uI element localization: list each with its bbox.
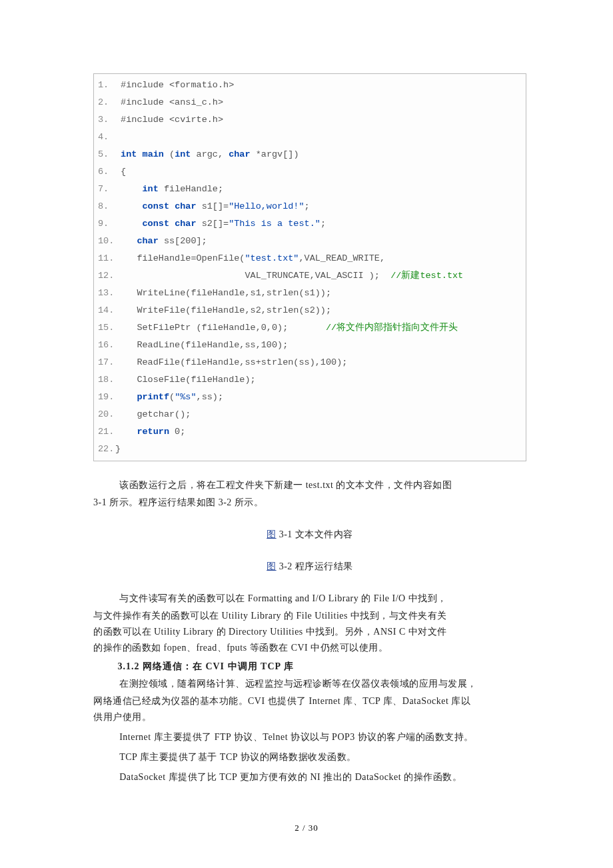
keyword: int [175, 149, 191, 159]
line-number: 11. [98, 250, 115, 267]
line-number: 20. [98, 406, 115, 423]
keyword: return [137, 427, 169, 437]
line-number: 5. [98, 146, 115, 163]
keyword: char [175, 201, 196, 211]
code-token: { [121, 167, 126, 177]
code-token: WriteLine(fileHandle,s1,strlen(s1)); [137, 288, 331, 298]
line-number: 6. [98, 163, 115, 181]
code-token: WriteFile(fileHandle,s2,strlen(s2)); [137, 305, 331, 315]
code-line: 9. const char s2[]="This is a test."; [98, 215, 520, 233]
paragraph: 在测控领域，随着网络计算、远程监控与远程诊断等在仪器仪表领域的应用与发展， [93, 676, 526, 692]
code-line: 1. #include <formatio.h> [98, 77, 520, 94]
keyword: char [229, 149, 250, 159]
code-token: fileHandle=OpenFile( [137, 253, 245, 263]
line-number: 17. [98, 354, 115, 371]
comment: //新建test.txt [390, 271, 463, 281]
paragraph-line: 的函数可以在 Utility Library 的 Directory Utili… [93, 624, 526, 640]
code-line: 15. SetFilePtr (fileHandle,0,0); //将文件内部… [98, 319, 520, 337]
keyword: char [175, 219, 196, 229]
code-token: SetFilePtr (fileHandle,0,0); [137, 323, 326, 333]
keyword: const [143, 201, 170, 211]
code-line: 13. WriteLine(fileHandle,s1,strlen(s1)); [98, 285, 520, 302]
code-line: 6. { [98, 163, 520, 181]
line-number: 19. [98, 389, 115, 406]
code-line: 4. [98, 129, 520, 146]
page-footer: 2 / 30 [0, 823, 613, 833]
keyword: char [137, 236, 158, 246]
code-line: 8. const char s1[]="Hello,world!"; [98, 198, 520, 215]
code-line: 18. CloseFile(fileHandle); [98, 371, 520, 389]
string-literal: "test.txt" [245, 253, 299, 263]
code-line: 5. int main (int argc, char *argv[]) [98, 146, 520, 163]
code-block: 1. #include <formatio.h>2. #include <ans… [93, 73, 526, 461]
paragraph: Internet 库主要提供了 FTP 协议、Telnet 协议以与 POP3 … [93, 729, 526, 745]
code-token: ,ss); [197, 392, 224, 402]
line-number: 12. [98, 267, 115, 285]
code-token: #include <formatio.h> [121, 80, 234, 90]
code-token [169, 201, 175, 211]
code-line: 20. getchar(); [98, 406, 520, 423]
code-line: 16. ReadLine(fileHandle,ss,100); [98, 337, 520, 354]
code-token: s1[]= [197, 201, 229, 211]
paragraph: TCP 库主要提供了基于 TCP 协议的网络数据收发函数。 [93, 749, 526, 765]
code-token: ( [169, 392, 175, 402]
paragraph-line: 的操作的函数如 fopen、fread、fputs 等函数在 CVI 中仍然可以… [93, 640, 526, 656]
section-heading: 3.1.2 网络通信：在 CVI 中调用 TCP 库 [117, 659, 526, 675]
keyword: printf [137, 392, 169, 402]
code-token: ; [305, 201, 310, 211]
code-token: ( [164, 149, 175, 159]
code-token: CloseFile(fileHandle); [137, 375, 255, 385]
string-literal: "This is a test." [229, 219, 320, 229]
code-token: #include <ansi_c.h> [121, 97, 223, 107]
line-number: 15. [98, 319, 115, 337]
code-line: 21. return 0; [98, 423, 520, 441]
code-token: *argv[]) [251, 149, 299, 159]
line-number: 13. [98, 285, 115, 302]
paragraph: 与文件读写有关的函数可以在 Formatting and I/O Library… [93, 591, 526, 607]
code-token: ,VAL_READ_WRITE, [299, 253, 385, 263]
code-line: 14. WriteFile(fileHandle,s2,strlen(s2)); [98, 302, 520, 319]
paragraph-line: 3-1 所示。程序运行结果如图 3-2 所示。 [93, 495, 526, 511]
code-token: fileHandle; [159, 184, 223, 194]
line-number: 9. [98, 215, 115, 233]
code-line: 19. printf("%s",ss); [98, 389, 520, 406]
code-token: #include <cvirte.h> [121, 115, 223, 125]
paragraph-line: 与文件操作有关的函数可以在 Utility Library 的 File Uti… [93, 608, 526, 624]
code-token: s2[]= [197, 219, 229, 229]
caption-label: 图 [267, 561, 277, 571]
code-token: } [115, 444, 121, 454]
keyword: int [143, 184, 159, 194]
keyword: const [143, 219, 170, 229]
code-token: argc, [191, 149, 229, 159]
caption-text: 3-2 程序运行结果 [277, 561, 353, 571]
code-token [169, 219, 175, 229]
line-number: 14. [98, 302, 115, 319]
code-token: ; [320, 219, 326, 229]
code-token: getchar(); [137, 409, 191, 419]
line-number: 4. [98, 129, 115, 146]
code-line: 12. VAL_TRUNCATE,VAL_ASCII ); //新建test.t… [98, 267, 520, 285]
figure-caption-1: 图 3-1 文本文件内容 [93, 527, 526, 543]
string-literal: "Hello,world!" [229, 201, 304, 211]
code-token [137, 149, 142, 159]
code-line: 2. #include <ansi_c.h> [98, 94, 520, 111]
line-number: 3. [98, 111, 115, 129]
code-token: VAL_TRUNCATE,VAL_ASCII ); [245, 271, 390, 281]
line-number: 10. [98, 233, 115, 250]
line-number: 1. [98, 77, 115, 94]
figure-caption-2: 图 3-2 程序运行结果 [93, 559, 526, 575]
page: 1. #include <formatio.h>2. #include <ans… [0, 0, 613, 868]
code-token: ReadLine(fileHandle,ss,100); [137, 340, 288, 350]
code-line: 11. fileHandle=OpenFile("test.txt",VAL_R… [98, 250, 520, 267]
code-line: 22.} [98, 441, 520, 458]
line-number: 7. [98, 181, 115, 198]
body-text: 该函数运行之后，将在工程文件夹下新建一 test.txt 的文本文件，文件内容如… [93, 477, 526, 785]
paragraph-line: 供用户使用。 [93, 709, 526, 725]
code-line: 3. #include <cvirte.h> [98, 111, 520, 129]
keyword: main [143, 149, 164, 159]
line-number: 18. [98, 371, 115, 389]
line-number: 21. [98, 423, 115, 441]
caption-label: 图 [267, 529, 277, 539]
caption-text: 3-1 文本文件内容 [277, 529, 353, 539]
code-line: 10. char ss[200]; [98, 233, 520, 250]
